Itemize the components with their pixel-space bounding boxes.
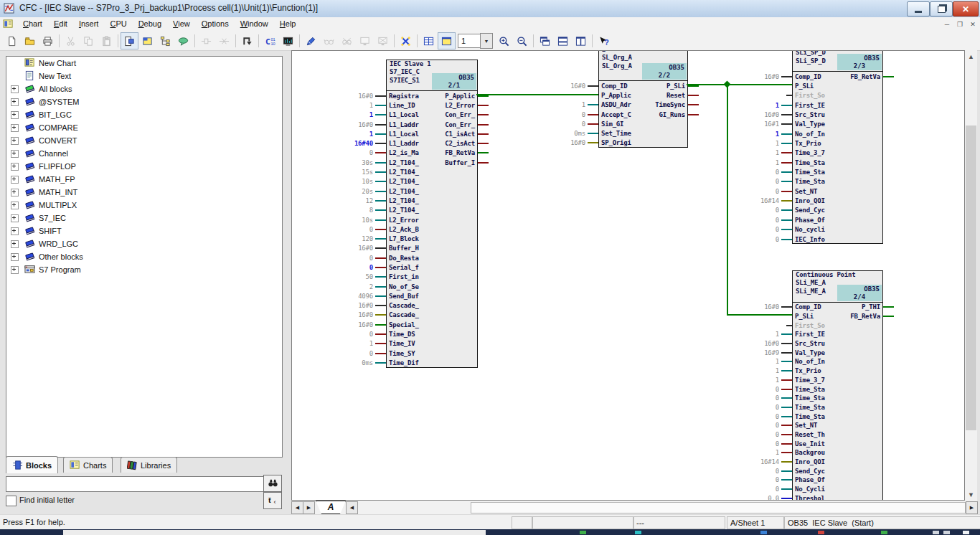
pin-value[interactable]: 1 <box>776 449 779 456</box>
input-pin-first_ie[interactable]: First_IE <box>795 331 825 338</box>
chart-partition-button[interactable] <box>156 32 174 49</box>
find-initial-button[interactable]: t̄‹ <box>263 492 282 509</box>
pin-value[interactable]: 30s <box>362 159 373 166</box>
tab-libraries[interactable]: Libraries <box>121 457 177 473</box>
search-input[interactable] <box>6 476 264 492</box>
pin-value[interactable]: 0 <box>776 188 779 195</box>
pin-value[interactable]: 0 <box>776 486 779 493</box>
hscroll-right-button[interactable]: ▶ <box>966 501 978 514</box>
menu-view[interactable]: View <box>167 17 196 30</box>
input-pin-comp_id[interactable]: Comp_ID <box>601 82 628 90</box>
comment-button[interactable] <box>174 32 192 49</box>
cascade-windows-button[interactable] <box>536 32 554 49</box>
tree-item-s7-iec[interactable]: S7_IEC <box>6 212 282 224</box>
input-pin-time_iv[interactable]: Time_IV <box>389 340 415 347</box>
taskbar-app-icon[interactable] <box>760 531 767 534</box>
menu-chart[interactable]: Chart <box>17 17 48 30</box>
tree-item-multiplx[interactable]: MULTIPLX <box>6 199 282 212</box>
interconnection-wire[interactable] <box>727 84 728 315</box>
input-pin-l2_error[interactable]: L2_Error <box>389 217 419 224</box>
input-pin-time_sy[interactable]: Time_SY <box>389 350 415 357</box>
run-sequence-button[interactable]: C0110 <box>261 32 279 49</box>
tree-item-other-blocks[interactable]: Other blocks <box>6 250 282 263</box>
pin-value[interactable]: 2 <box>369 283 373 290</box>
test-mode-button[interactable] <box>279 32 297 49</box>
pin-value[interactable]: 16#0 <box>570 82 585 90</box>
input-pin-time_sta[interactable]: Time_Sta <box>795 394 825 402</box>
output-pin-fb_retva[interactable]: FB_RetVa <box>850 313 880 320</box>
block-catalog-tree[interactable]: New ChartNew TextAll blocks@SYSTEMBIT_LG… <box>6 56 283 458</box>
input-pin-time_sta[interactable]: Time_Sta <box>795 178 825 185</box>
input-pin-phase_of[interactable]: Phase_Of <box>795 476 825 483</box>
input-pin-sp_origi[interactable]: SP_Origi <box>601 139 631 146</box>
menu-debug[interactable]: Debug <box>133 17 167 30</box>
expand-icon[interactable] <box>11 202 19 209</box>
pin-value[interactable]: 15s <box>362 169 373 176</box>
pin-value[interactable]: 0 <box>776 178 779 185</box>
pin-value[interactable]: 16#0 <box>764 303 779 311</box>
expand-icon[interactable] <box>11 150 19 158</box>
pin-value[interactable]: 0 <box>776 169 779 176</box>
pin-value[interactable]: 0ms <box>574 130 585 137</box>
input-pin-sim_gi[interactable]: Sim_GI <box>601 120 623 128</box>
pin-value[interactable]: 1 <box>776 331 779 338</box>
pin-value[interactable]: 16#0 <box>764 340 779 347</box>
input-pin-time_sta[interactable]: Time_Sta <box>795 159 825 166</box>
expand-icon[interactable] <box>11 266 19 274</box>
pin-value[interactable]: 1 <box>369 131 373 138</box>
input-pin-use_init[interactable]: Use_Init <box>795 440 825 448</box>
tree-item-new-text[interactable]: New Text <box>6 70 282 82</box>
output-pin-c2_isact[interactable]: C2_isAct <box>445 140 475 147</box>
output-pin-gi_runs[interactable]: GI_Runs <box>659 111 685 118</box>
tree-item-new-chart[interactable]: New Chart <box>6 57 282 70</box>
input-pin-time_sta[interactable]: Time_Sta <box>795 404 825 411</box>
pin-value[interactable]: 16#0 <box>358 121 373 128</box>
input-pin-l2_t104_[interactable]: L2_T104_ <box>389 188 419 195</box>
input-pin-l1_laddr[interactable]: L1_Laddr <box>389 140 419 147</box>
input-pin-time_sta[interactable]: Time_Sta <box>795 386 825 393</box>
input-pin-comp_id[interactable]: Comp_ID <box>795 303 821 311</box>
pin-value[interactable]: 0 <box>582 120 585 128</box>
pin-value[interactable]: 16#0 <box>358 245 373 252</box>
input-pin-first_so[interactable]: First_So <box>795 92 825 99</box>
close-button[interactable]: ✕ <box>953 1 979 16</box>
output-pin-buffer_i[interactable]: Buffer_I <box>445 159 475 166</box>
output-pin-p_thi[interactable]: P_THI <box>862 303 880 311</box>
menu-help[interactable]: Help <box>274 17 302 30</box>
pin-value[interactable]: 1 <box>776 377 779 384</box>
taskbar-app-icon[interactable] <box>933 531 939 534</box>
output-pin-p_applic[interactable]: P_Applic <box>445 93 475 100</box>
input-pin-val_type[interactable]: Val_Type <box>795 120 825 128</box>
input-pin-registra[interactable]: Registra <box>389 93 419 100</box>
horizontal-scroll-thumb[interactable] <box>471 502 966 513</box>
find-button[interactable] <box>263 475 282 492</box>
input-pin-line_id[interactable]: Line_ID <box>389 102 415 109</box>
pin-value[interactable]: 0 <box>369 350 373 357</box>
expand-icon[interactable] <box>11 137 19 145</box>
pin-value[interactable]: 0 <box>369 331 373 338</box>
pin-value[interactable]: 0 <box>369 255 373 262</box>
zoom-dropdown-arrow-icon[interactable]: ▼ <box>480 33 493 49</box>
tree-item-convert[interactable]: CONVERT <box>6 134 282 147</box>
input-pin-accept_c[interactable]: Accept_C <box>601 111 631 118</box>
pin-value[interactable]: 0 <box>776 226 779 233</box>
input-pin-l2_ack_b[interactable]: L2_Ack_B <box>389 226 419 233</box>
zoom-in-button[interactable] <box>495 32 513 49</box>
pin-value[interactable]: 0 <box>369 149 373 156</box>
pin-value[interactable]: 1 <box>776 131 779 138</box>
output-pin-con_err_[interactable]: Con_Err_ <box>445 121 475 128</box>
pin-value[interactable]: 0 <box>776 413 779 420</box>
input-pin-l2_t104_[interactable]: L2_T104_ <box>389 159 419 166</box>
pin-value[interactable]: 16#40 <box>354 140 373 147</box>
edit-pen-button[interactable] <box>302 32 320 49</box>
menu-insert[interactable]: Insert <box>73 17 105 30</box>
pin-value[interactable]: 16#1 <box>764 120 779 128</box>
tree-item-compare[interactable]: COMPARE <box>6 121 282 134</box>
taskbar-preview[interactable] <box>63 530 486 535</box>
zoom-out-button[interactable] <box>513 32 531 49</box>
output-pin-p_sli[interactable]: P_SLi <box>666 82 685 90</box>
zoom-level-value[interactable]: 1 <box>458 34 480 48</box>
pin-value[interactable]: 20s <box>362 188 373 195</box>
input-pin-reset_th[interactable]: Reset_Th <box>795 431 825 438</box>
menu-options[interactable]: Options <box>196 17 235 30</box>
